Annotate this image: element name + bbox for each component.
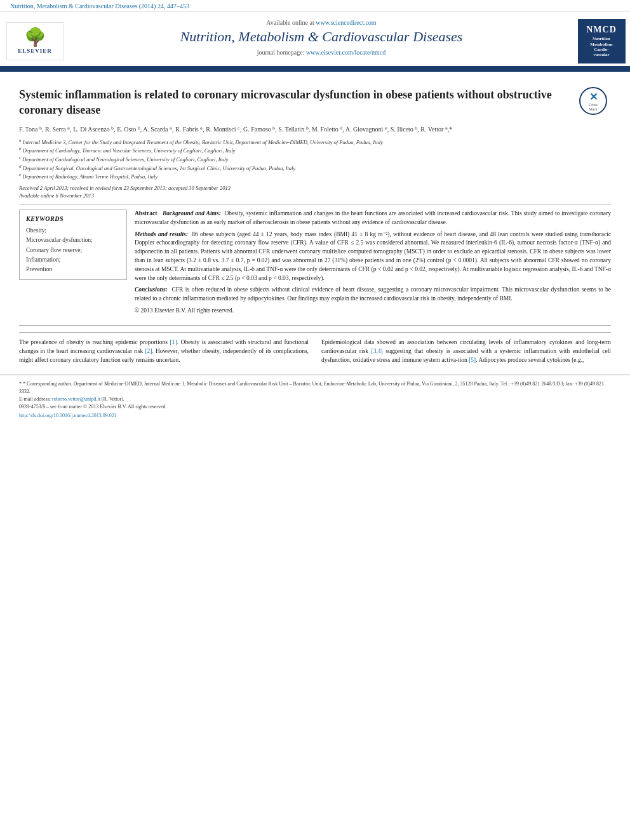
elsevier-label: ELSEVIER: [18, 48, 52, 54]
email-line: E-mail address: roberto.vettor@unipd.it …: [19, 396, 611, 403]
crossmark-badge: ✕ CrossMark: [579, 87, 611, 115]
journal-citation: Nutrition, Metabolism & Cardiovascular D…: [10, 3, 189, 10]
journal-citation-bar: Nutrition, Metabolism & Cardiovascular D…: [0, 0, 630, 11]
authors-text: F. Tona ᵇ, R. Serra ᵃ, L. Di Ascenzo ᵇ, …: [19, 126, 452, 133]
body-col-1: The prevalence of obesity is reaching ep…: [19, 338, 309, 365]
header-section: 🌳 ELSEVIER Available online at www.scien…: [0, 11, 630, 68]
crossmark-icon: ✕ CrossMark: [579, 87, 607, 115]
nmcd-logo-area: NMCD NutritionMetabolismCardio-vascular: [573, 17, 630, 66]
dates-line: Received 2 April 2013; received in revis…: [19, 185, 611, 191]
elsevier-tree-icon: 🌳: [24, 29, 46, 46]
methods-para: Methods and results: 86 obese subjects (…: [135, 230, 611, 283]
affiliation-c: c Department of Cardiological and Neurol…: [19, 155, 611, 164]
divider-2: [19, 325, 611, 326]
footer-doi: http://dx.doi.org/10.1016/j.numecd.2013.…: [19, 412, 611, 420]
keyword-inflammation: Inflammation;: [26, 255, 120, 265]
main-content: Systemic inflammation is related to coro…: [0, 72, 630, 364]
available-online-text: Available online at www.sciencedirect.co…: [83, 19, 560, 26]
authors-line: F. Tona ᵇ, R. Serra ᵃ, L. Di Ascenzo ᵇ, …: [19, 124, 611, 134]
elsevier-logo-box: 🌳 ELSEVIER: [6, 22, 64, 60]
sciencedirect-link[interactable]: www.sciencedirect.com: [316, 19, 376, 26]
doi-link[interactable]: http://dx.doi.org/10.1016/j.numecd.2013.…: [19, 413, 117, 418]
affiliation-a: a Internal Medicine 3, Center for the St…: [19, 138, 611, 147]
footer-issn: 0939-4753/$ – see front matter © 2013 El…: [19, 403, 611, 411]
abstract-intro: Abstract Background and Aims: Obesity, s…: [135, 210, 611, 227]
footer-corresponding: * * Corresponding author. Department of …: [19, 380, 611, 403]
crossmark-x: ✕: [589, 91, 598, 103]
conclusions-label: Conclusions:: [135, 286, 168, 293]
keywords-title: KEYWORDS: [26, 215, 120, 222]
elsevier-logo-area: 🌳 ELSEVIER: [0, 17, 70, 66]
abstract-col: Abstract Background and Aims: Obesity, s…: [135, 210, 611, 318]
background-label: Background and Aims:: [163, 210, 221, 217]
conclusions-text: CFR is often reduced in obese subjects w…: [135, 286, 611, 302]
nmcd-logo-box: NMCD NutritionMetabolismCardio-vascular: [578, 19, 626, 63]
conclusions-para: Conclusions: CFR is often reduced in obe…: [135, 286, 611, 303]
received-date: Received 2 April 2013; received in revis…: [19, 185, 231, 191]
keyword-prevention: Prevention: [26, 265, 120, 274]
copyright-text: © 2013 Elsevier B.V. All rights reserved…: [135, 307, 611, 316]
keyword-obesity: Obesity;: [26, 226, 120, 236]
affiliations: a Internal Medicine 3, Center for the St…: [19, 138, 611, 182]
journal-title: Nutrition, Metabolism & Cardiovascular D…: [83, 29, 560, 45]
header-center: Available online at www.sciencedirect.co…: [70, 17, 573, 66]
page-wrapper: Nutrition, Metabolism & Cardiovascular D…: [0, 0, 630, 425]
keywords-col: KEYWORDS Obesity; Microvascular dysfunct…: [19, 210, 127, 280]
body-text-2: Epidemiological data showed an associati…: [321, 338, 611, 365]
methods-label: Methods and results:: [135, 231, 188, 237]
content-columns: KEYWORDS Obesity; Microvascular dysfunct…: [19, 210, 611, 318]
affiliation-e: e Department of Radiology, Abano Terme H…: [19, 172, 611, 181]
divider-1: [19, 204, 611, 204]
available-online-date: Available online 6 November 2013: [19, 192, 611, 199]
nmcd-subtitle: NutritionMetabolismCardio-vascular: [590, 36, 612, 58]
journal-homepage: journal homepage: www.elsevier.com/locat…: [83, 49, 560, 56]
nmcd-letters: NMCD: [586, 25, 617, 35]
article-title-section: Systemic inflammation is related to coro…: [19, 87, 611, 118]
body-col-2: Epidemiological data showed an associati…: [321, 338, 611, 365]
affiliation-d: d Department of Surgical, Oncological an…: [19, 164, 611, 173]
keyword-microvascular: Microvascular dysfunction;: [26, 236, 120, 245]
body-text-1: The prevalence of obesity is reaching ep…: [19, 338, 309, 365]
email-link[interactable]: roberto.vettor@unipd.it: [52, 396, 100, 402]
abstract-label: Abstract: [135, 210, 157, 217]
article-title: Systemic inflammation is related to coro…: [19, 87, 579, 118]
abstract-text: Abstract Background and Aims: Obesity, s…: [135, 210, 611, 315]
footer-section: * * Corresponding author. Department of …: [0, 375, 630, 425]
corresponding-text: * * Corresponding author. Department of …: [19, 380, 611, 396]
methods-text: 86 obese subjects (aged 44 ± 12 years, b…: [135, 231, 611, 281]
affiliation-b: b Department of Cardiology, Thoracic and…: [19, 146, 611, 155]
keyword-coronary: Coronary flow reserve;: [26, 246, 120, 255]
crossmark-text: CrossMark: [589, 103, 598, 111]
body-columns: The prevalence of obesity is reaching ep…: [19, 332, 611, 365]
